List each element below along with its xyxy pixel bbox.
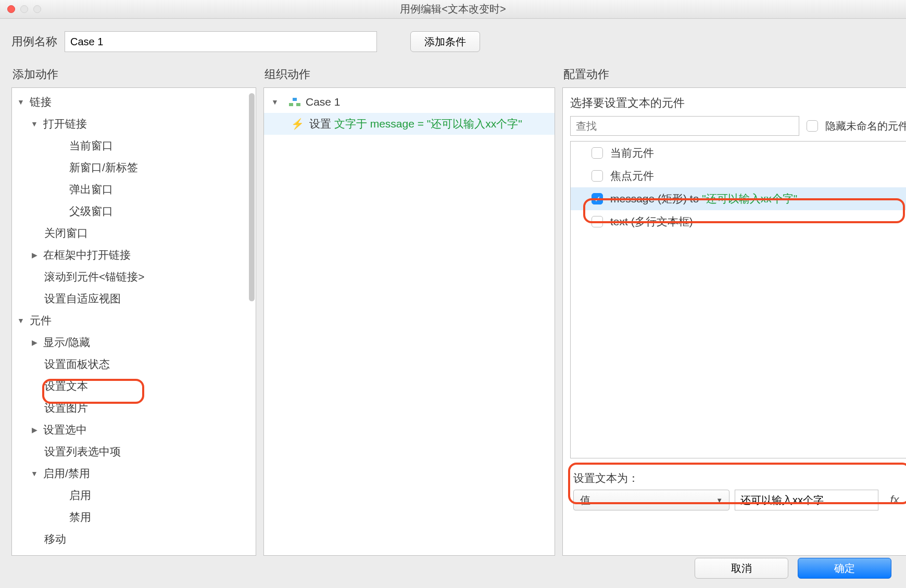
text-value-input[interactable]: [735, 490, 878, 510]
action-tree-panel: 链接 打开链接 当前窗口 新窗口/新标签 弹出窗口 父级窗口 关闭窗口 在框架中…: [11, 87, 256, 556]
widget-list[interactable]: 当前元件 焦点元件 ✓ message (矩形) to "还可以输入xx个字" …: [570, 141, 906, 458]
list-item-current[interactable]: 当前元件: [571, 142, 906, 164]
hide-unnamed-checkbox[interactable]: [807, 120, 818, 132]
action-node-label: 设置 文字于 message = "还可以输入xx个字": [309, 117, 522, 131]
chevron-right-icon[interactable]: [31, 331, 38, 353]
tree-set-selected[interactable]: 设置选中: [12, 419, 256, 441]
list-item-message[interactable]: ✓ message (矩形) to "还可以输入xx个字": [571, 187, 906, 210]
close-icon[interactable]: [7, 5, 15, 13]
configure-panel: 选择要设置文本的元件 隐藏未命名的元件 当前元件 焦点元件: [562, 87, 906, 556]
tree-set-text[interactable]: 设置文本: [12, 375, 256, 397]
window-title: 用例编辑<文本改变时>: [400, 2, 506, 16]
checkbox-checked[interactable]: ✓: [592, 193, 603, 204]
organize-panel: Case 1 ⚡ 设置 文字于 message = "还可以输入xx个字": [263, 87, 555, 556]
chevron-down-icon[interactable]: [31, 463, 38, 484]
tree-move[interactable]: 移动: [12, 528, 256, 550]
tree-close-window[interactable]: 关闭窗口: [12, 222, 256, 244]
search-input[interactable]: [570, 116, 799, 136]
tree-set-adaptive[interactable]: 设置自适应视图: [12, 288, 256, 310]
tree-set-panel-state[interactable]: 设置面板状态: [12, 353, 256, 375]
action-tree[interactable]: 链接 打开链接 当前窗口 新窗口/新标签 弹出窗口 父级窗口 关闭窗口 在框架中…: [12, 88, 256, 555]
add-condition-button[interactable]: 添加条件: [410, 31, 480, 52]
chevron-down-icon[interactable]: [17, 310, 24, 331]
configure-title: 配置动作: [563, 67, 906, 82]
scrollbar[interactable]: [249, 93, 255, 301]
add-action-section: 添加动作 链接 打开链接 当前窗口 新窗口/新标签 弹出窗口 父级窗口 关闭窗口…: [11, 57, 256, 556]
tree-scroll-anchor[interactable]: 滚动到元件<锚链接>: [12, 266, 256, 288]
flow-icon: [289, 98, 300, 106]
list-item-focus[interactable]: 焦点元件: [571, 164, 906, 187]
tree-current-window[interactable]: 当前窗口: [12, 135, 256, 157]
titlebar: 用例编辑<文本改变时>: [0, 0, 906, 19]
header-row: 用例名称 添加条件: [0, 19, 906, 57]
checkbox[interactable]: [592, 170, 603, 182]
organize-section: 组织动作 Case 1 ⚡ 设置 文字于 message = "还可以输入xx个…: [263, 57, 555, 556]
list-item-label: message (矩形) to "还可以输入xx个字": [610, 191, 797, 206]
cancel-button[interactable]: 取消: [695, 558, 788, 579]
tree-popup[interactable]: 弹出窗口: [12, 178, 256, 200]
fx-button[interactable]: fx: [884, 493, 905, 507]
hide-unnamed-label: 隐藏未命名的元件: [825, 119, 906, 133]
case-node[interactable]: Case 1: [264, 91, 555, 113]
select-widget-label: 选择要设置文本的元件: [570, 95, 906, 111]
configure-section: 配置动作 选择要设置文本的元件 隐藏未命名的元件 当前元件 焦点元件: [562, 57, 906, 556]
tree-disable[interactable]: 禁用: [12, 506, 256, 528]
tree-open-in-frame[interactable]: 在框架中打开链接: [12, 244, 256, 266]
select-value: 值: [580, 493, 590, 507]
set-text-to-label: 设置文本为：: [573, 471, 905, 485]
tree-parent[interactable]: 父级窗口: [12, 200, 256, 222]
tree-set-list-selected[interactable]: 设置列表选中项: [12, 441, 256, 463]
add-action-title: 添加动作: [12, 67, 256, 82]
tree-new-window[interactable]: 新窗口/新标签: [12, 157, 256, 178]
list-item-text[interactable]: text (多行文本框): [571, 210, 906, 233]
checkbox[interactable]: [592, 147, 603, 159]
bolt-icon: ⚡: [291, 118, 304, 130]
tree-enable[interactable]: 启用: [12, 484, 256, 506]
chevron-down-icon: ▼: [716, 496, 723, 504]
dialog-footer: 取消 确定: [695, 558, 891, 579]
tree-show-hide[interactable]: 显示/隐藏: [12, 331, 256, 353]
case-name-label: 用例名称: [11, 34, 57, 49]
value-type-select[interactable]: 值 ▼: [573, 490, 729, 510]
organize-title: 组织动作: [265, 67, 555, 82]
chevron-down-icon[interactable]: [31, 113, 38, 135]
tree-set-image[interactable]: 设置图片: [12, 397, 256, 419]
case-name-input[interactable]: [65, 31, 377, 52]
case-node-label: Case 1: [306, 96, 341, 108]
action-node[interactable]: ⚡ 设置 文字于 message = "还可以输入xx个字": [264, 113, 555, 135]
chevron-down-icon[interactable]: [271, 98, 279, 106]
ok-button[interactable]: 确定: [798, 558, 891, 579]
minimize-icon: [20, 5, 28, 13]
chevron-right-icon[interactable]: [31, 419, 38, 441]
maximize-icon: [33, 5, 41, 13]
checkbox[interactable]: [592, 216, 603, 227]
tree-open-link[interactable]: 打开链接: [12, 113, 256, 135]
chevron-down-icon[interactable]: [17, 91, 24, 113]
window-traffic-lights: [7, 5, 41, 13]
tree-links[interactable]: 链接: [12, 91, 256, 113]
tree-widgets[interactable]: 元件: [12, 310, 256, 331]
chevron-right-icon[interactable]: [31, 244, 38, 266]
tree-enable-disable[interactable]: 启用/禁用: [12, 463, 256, 484]
